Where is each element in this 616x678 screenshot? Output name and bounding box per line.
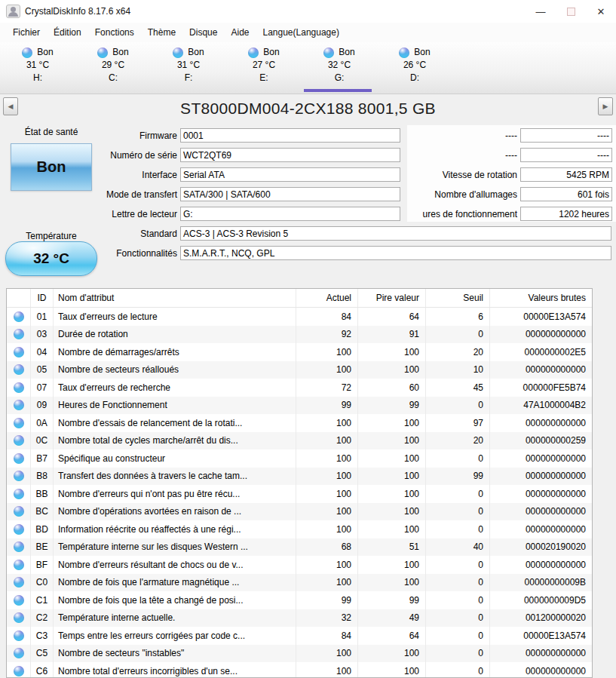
cell-id: C5	[31, 645, 54, 663]
cell-threshold: 0	[426, 574, 490, 592]
cell-status	[7, 326, 31, 344]
tab-drive-letter: G:	[335, 72, 345, 84]
status-orb-icon	[14, 471, 24, 481]
tab-status-row: Bon	[97, 46, 128, 59]
table-row[interactable]: C6Nombre total d'erreurs incorrigibles d…	[7, 662, 592, 678]
menu-item-aide[interactable]: Aide	[224, 23, 256, 42]
disk-status-orb-icon	[323, 48, 334, 58]
drive-tab-C[interactable]: Bon29 °CC:	[75, 42, 151, 94]
table-row[interactable]: BBNombre d'erreurs qui n'ont pas pu être…	[7, 485, 592, 503]
field-row: InterfaceSerial ATA	[57, 167, 400, 183]
cell-raw-value: 0000000009D5	[490, 591, 592, 609]
status-orb-icon	[14, 506, 24, 517]
table-row[interactable]: BETempérature interne sur les disques We…	[7, 538, 592, 557]
next-drive-button[interactable]: ▶	[598, 97, 613, 115]
disk-status-orb-icon	[97, 48, 108, 58]
drive-tab-H[interactable]: Bon31 °CH:	[0, 42, 75, 94]
table-row[interactable]: 0CNombre total de cycles marche/arrêt du…	[7, 432, 592, 450]
cell-threshold: 0	[426, 520, 490, 538]
field-value-box: 5425 RPM	[520, 167, 612, 182]
field-label: Firmware	[57, 130, 180, 141]
field-label: ----	[404, 150, 520, 161]
menu-item-fichier[interactable]: Fichier	[6, 23, 47, 42]
cell-raw-value: 000020190020	[490, 538, 592, 557]
cell-attribute-name: Nombre d'erreurs résultant de chocs ou d…	[54, 556, 296, 574]
field-value-box: 0001	[180, 128, 400, 143]
cell-worst: 100	[358, 432, 426, 450]
cell-id: BE	[31, 538, 54, 557]
menu-item-disque[interactable]: Disque	[182, 23, 224, 42]
table-row[interactable]: B7Spécifique au constructeur100100000000…	[7, 449, 592, 468]
cell-raw-value: 000000000000	[490, 468, 592, 486]
table-row[interactable]: 04Nombre de démarrages/arrêts10010020000…	[7, 343, 592, 361]
status-orb-icon	[14, 311, 24, 322]
drive-tab-G[interactable]: Bon32 °CG:	[302, 42, 377, 94]
cell-id: C1	[31, 591, 54, 609]
cell-id: C0	[31, 574, 54, 592]
drive-tab-E[interactable]: Bon27 °CE:	[226, 42, 302, 94]
cell-raw-value: 00000E13A574	[490, 627, 592, 645]
cell-status	[7, 468, 31, 486]
field-label: Lettre de lecteur	[57, 209, 180, 219]
table-row[interactable]: BFNombre d'erreurs résultant de chocs ou…	[7, 556, 592, 574]
cell-current: 84	[296, 627, 358, 645]
crystaldiskinfo-window: { "window": { "title": "CrystalDiskInfo …	[0, 0, 616, 678]
table-row[interactable]: C2Température interne actuelle.324900012…	[7, 609, 592, 627]
cell-raw-value: 000000000000	[490, 361, 592, 379]
cell-current: 100	[296, 468, 358, 486]
cell-id: BD	[31, 520, 54, 538]
maximize-button[interactable]	[556, 0, 586, 23]
field-value-box: ----	[520, 128, 612, 143]
close-button[interactable]: ✕	[586, 0, 616, 23]
table-row[interactable]: C0Nombre de fois que l'armature magnétiq…	[7, 574, 592, 592]
cell-id: 09	[31, 397, 54, 415]
table-row[interactable]: 05Nombre de secteurs réalloués1001001000…	[7, 361, 592, 379]
table-row[interactable]: BDInformation réécrite ou réaffectés à u…	[7, 520, 592, 538]
cell-worst: 100	[358, 662, 426, 678]
drive-tab-F[interactable]: Bon31 °CF:	[151, 42, 226, 94]
cell-current: 99	[296, 397, 358, 415]
menu-item-languelanguage[interactable]: Langue(Language)	[256, 23, 346, 42]
header-threshold: Seuil	[426, 289, 490, 307]
tab-drive-letter: H:	[33, 72, 42, 84]
cell-attribute-name: Nombre de secteurs "instables"	[54, 645, 296, 663]
table-row[interactable]: C5Nombre de secteurs "instables"10010000…	[7, 645, 592, 663]
field-label: Fonctionnalités	[57, 248, 180, 259]
cell-current: 100	[296, 503, 358, 521]
cell-worst: 64	[358, 308, 426, 326]
field-row: Nombre d'allumages601 fois	[404, 186, 611, 202]
cell-threshold: 0	[426, 449, 490, 468]
status-orb-icon	[14, 400, 24, 410]
drive-header: ◀ ST8000DM004-2CX188 8001,5 GB ▶	[0, 94, 616, 123]
cell-status	[7, 308, 31, 326]
field-row: Firmware0001	[57, 127, 400, 143]
table-row[interactable]: 0ANombre d'essais de relancement de la r…	[7, 414, 592, 432]
cell-status	[7, 591, 31, 609]
menu-item-dition[interactable]: Édition	[47, 23, 88, 42]
table-row[interactable]: 03Durée de rotation92910000000000000	[7, 326, 592, 344]
cell-threshold: 0	[426, 485, 490, 503]
menu-item-fonctions[interactable]: Fonctions	[88, 23, 141, 42]
table-row[interactable]: C1Nombre de fois que la tête a changé de…	[7, 591, 592, 609]
cell-status	[7, 449, 31, 468]
drive-tab-D[interactable]: Bon26 °CD:	[377, 42, 452, 94]
table-row[interactable]: 09Heures de Fonctionnement9999047A100000…	[7, 397, 592, 415]
tab-drive-letter: C:	[109, 72, 118, 84]
cell-status	[7, 627, 31, 645]
cell-current: 100	[296, 414, 358, 432]
cell-raw-value: 000000000000	[490, 414, 592, 432]
table-row[interactable]: 07Taux d'erreurs de recherche72604500000…	[7, 379, 592, 397]
table-row[interactable]: BCNombre d'opérations avortées en raison…	[7, 503, 592, 521]
table-row[interactable]: 01Taux d'erreurs de lecture8464600000E13…	[7, 308, 592, 326]
menu-item-thme[interactable]: Thème	[141, 23, 182, 42]
previous-drive-button[interactable]: ◀	[3, 97, 18, 115]
table-row[interactable]: C3Temps entre les erreurs corrigées par …	[7, 627, 592, 645]
cell-status	[7, 485, 31, 503]
status-orb-icon	[14, 382, 24, 393]
cell-id: B7	[31, 449, 54, 468]
cell-current: 100	[296, 449, 358, 468]
table-row[interactable]: B8Transfert des données à travers le cac…	[7, 468, 592, 486]
field-value-box: 1202 heures	[520, 207, 612, 221]
cell-threshold: 20	[426, 343, 490, 361]
minimize-button[interactable]: —	[526, 0, 556, 23]
